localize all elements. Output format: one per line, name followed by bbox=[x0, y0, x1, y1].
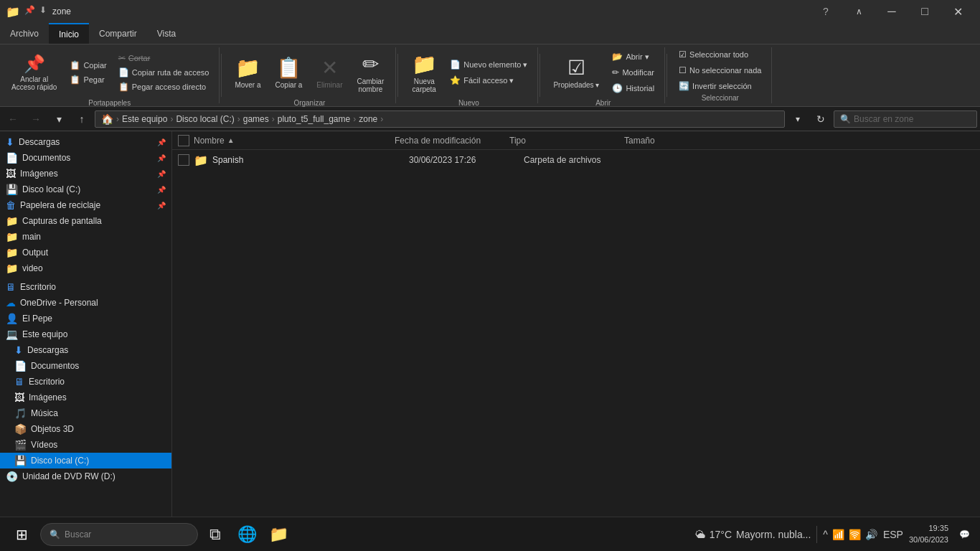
facil-acceso-button[interactable]: ⭐ Fácil acceso ▾ bbox=[446, 74, 532, 87]
sidebar-item-este-equipo[interactable]: 💻 Este equipo bbox=[0, 326, 171, 342]
sidebar-item-videos[interactable]: 🎬 Vídeos bbox=[0, 437, 171, 453]
recent-button[interactable]: ▾ bbox=[49, 109, 69, 129]
col-header-name[interactable]: Nombre ▲ bbox=[194, 136, 395, 146]
breadcrumb-dropdown[interactable]: ▾ bbox=[788, 109, 808, 129]
sidebar-item-este-imagenes[interactable]: 🖼 Imágenes bbox=[0, 390, 171, 405]
forward-button[interactable]: → bbox=[26, 109, 46, 129]
breadcrumb-disco-local[interactable]: Disco local (C:) bbox=[176, 114, 234, 124]
start-button[interactable]: ⊞ bbox=[6, 519, 37, 550]
file-date: 30/06/2023 17:26 bbox=[409, 155, 524, 165]
sidebar-item-este-descargas[interactable]: ⬇ Descargas bbox=[0, 342, 171, 358]
copiar-ruta-button[interactable]: 📄 Copiar ruta de acceso bbox=[114, 66, 214, 79]
cortar-button[interactable]: ✂ Cortar bbox=[114, 52, 214, 65]
disco-c-icon: 💾 bbox=[14, 455, 27, 466]
copiar-a-button[interactable]: 📋 Copiar a bbox=[270, 47, 308, 98]
video-icon: 📁 bbox=[6, 263, 18, 274]
pin-descargas: 📌 bbox=[157, 138, 166, 146]
eliminar-button[interactable]: ✕ Eliminar bbox=[311, 47, 348, 98]
breadcrumb-este-equipo[interactable]: Este equipo bbox=[122, 114, 167, 124]
sidebar-item-descargas[interactable]: ⬇ Descargas 📌 bbox=[0, 134, 171, 150]
seleccionar-todo-label: Seleccionar todo bbox=[689, 50, 748, 59]
up-button[interactable]: ↑ bbox=[72, 109, 92, 129]
chevron-up-icon[interactable]: ^ bbox=[823, 529, 828, 540]
task-view-button[interactable]: ⧉ bbox=[201, 520, 230, 549]
sidebar-item-output[interactable]: 📁 Output bbox=[0, 245, 171, 260]
sidebar-item-este-documentos[interactable]: 📄 Documentos bbox=[0, 358, 171, 374]
system-tray-icons: 🌥 17°C Mayorm. nubla... bbox=[695, 529, 811, 540]
abrir-button[interactable]: 📂 Abrir ▾ bbox=[608, 50, 659, 63]
col-header-type[interactable]: Tipo bbox=[509, 136, 624, 146]
propiedades-icon: ☑ bbox=[567, 56, 585, 80]
refresh-button[interactable]: ↻ bbox=[811, 109, 831, 129]
group-portapapeles: 📌 Anclar alAcceso rápido 📋 Copiar 📋 Pega… bbox=[0, 47, 220, 103]
tab-vista[interactable]: Vista bbox=[147, 23, 186, 44]
historial-button[interactable]: 🕒 Historial bbox=[608, 82, 659, 95]
col-header-size[interactable]: Tamaño bbox=[624, 136, 696, 146]
cambiar-nombre-button[interactable]: ✏ Cambiarnombre bbox=[351, 47, 390, 98]
clock[interactable]: 19:35 30/06/2023 bbox=[909, 523, 948, 545]
ribbon-content: 📌 Anclar alAcceso rápido 📋 Copiar 📋 Pega… bbox=[0, 44, 980, 106]
sidebar-item-dvd[interactable]: 💿 Unidad de DVD RW (D:) bbox=[0, 468, 171, 484]
sidebar-item-video[interactable]: 📁 video bbox=[0, 260, 171, 276]
group-portapapeles-label: Portapapeles bbox=[88, 98, 131, 108]
nuevo-elemento-button[interactable]: 📄 Nuevo elemento ▾ bbox=[446, 58, 532, 71]
nueva-carpeta-button[interactable]: 📁 Nuevacarpeta bbox=[405, 47, 443, 98]
explorer-button[interactable]: 📁 bbox=[264, 520, 293, 549]
collapse-ribbon-button[interactable]: ∧ bbox=[842, 0, 875, 23]
group-organizar-label: Organizar bbox=[293, 98, 325, 108]
seleccionar-sub-buttons: ☑ Seleccionar todo ☐ No seleccionar nada… bbox=[674, 48, 765, 93]
copiar-button[interactable]: 📋 Copiar bbox=[65, 59, 110, 72]
sidebar-item-disco-c[interactable]: 💾 Disco local (C:) bbox=[0, 453, 171, 468]
sidebar-item-escritorio[interactable]: 🖥 Escritorio bbox=[0, 279, 171, 295]
sidebar-item-main[interactable]: 📁 main bbox=[0, 229, 171, 245]
anclar-acceso-button[interactable]: 📌 Anclar alAcceso rápido bbox=[6, 47, 62, 98]
sidebar-item-imagenes[interactable]: 🖼 Imágenes 📌 bbox=[0, 166, 171, 182]
mover-icon: 📁 bbox=[235, 56, 260, 80]
sidebar-item-objetos3d[interactable]: 📦 Objetos 3D bbox=[0, 421, 171, 437]
seleccionar-todo-button[interactable]: ☑ Seleccionar todo bbox=[674, 48, 765, 61]
taskbar-search[interactable]: 🔍 Buscar bbox=[40, 523, 198, 546]
back-button[interactable]: ← bbox=[3, 109, 23, 129]
tab-archivo[interactable]: Archivo bbox=[0, 23, 49, 44]
network-icon: 📶 bbox=[832, 529, 844, 540]
capturas-icon: 📁 bbox=[6, 215, 18, 227]
no-seleccionar-button[interactable]: ☐ No seleccionar nada bbox=[674, 64, 765, 77]
task-view-icon: ⧉ bbox=[209, 525, 221, 544]
taskbar-right: 🌥 17°C Mayorm. nubla... ^ 📶 🛜 🔊 ESP 19:3… bbox=[695, 523, 974, 545]
cambiar-icon: ✏ bbox=[362, 52, 379, 76]
search-box[interactable]: 🔍 Buscar en zone bbox=[834, 110, 977, 128]
propiedades-button[interactable]: ☑ Propiedades ▾ bbox=[547, 47, 605, 98]
invertir-seleccion-button[interactable]: 🔄 Invertir selección bbox=[674, 80, 765, 93]
notification-button[interactable]: 💬 bbox=[954, 524, 974, 545]
pegar-button[interactable]: 📋 Pegar bbox=[65, 73, 110, 86]
pegar-acceso-button[interactable]: 📋 Pegar acceso directo bbox=[114, 80, 214, 93]
select-all-checkbox[interactable] bbox=[178, 135, 189, 146]
mover-a-button[interactable]: 📁 Mover a bbox=[229, 47, 266, 98]
sidebar-item-elpepe[interactable]: 👤 El Pepe bbox=[0, 311, 171, 326]
sidebar-item-este-escritorio[interactable]: 🖥 Escritorio bbox=[0, 374, 171, 390]
breadcrumb-zone[interactable]: zone bbox=[359, 114, 377, 124]
sidebar-item-disco-local[interactable]: 💾 Disco local (C:) 📌 bbox=[0, 182, 171, 197]
breadcrumb-pluto[interactable]: pluto_t5_full_game bbox=[278, 114, 350, 124]
row-checkbox[interactable] bbox=[178, 154, 189, 166]
help-button[interactable]: ? bbox=[809, 0, 842, 23]
group-abrir: ☑ Propiedades ▾ 📂 Abrir ▾ ✏ Modificar 🕒 … bbox=[542, 47, 665, 103]
chrome-button[interactable]: 🌐 bbox=[232, 520, 261, 549]
col-header-date[interactable]: Fecha de modificación bbox=[395, 136, 509, 146]
sidebar-item-papelera[interactable]: 🗑 Papelera de reciclaje 📌 bbox=[0, 197, 171, 213]
tab-compartir[interactable]: Compartir bbox=[89, 23, 147, 44]
close-button[interactable]: ✕ bbox=[941, 0, 974, 23]
sidebar-item-capturas[interactable]: 📁 Capturas de pantalla bbox=[0, 213, 171, 229]
minimize-button[interactable]: ─ bbox=[875, 0, 908, 23]
sidebar-item-onedrive[interactable]: ☁ OneDrive - Personal bbox=[0, 295, 171, 311]
table-row[interactable]: 📁 Spanish 30/06/2023 17:26 Carpeta de ar… bbox=[172, 150, 980, 170]
maximize-button[interactable]: □ bbox=[908, 0, 941, 23]
sidebar-item-documentos[interactable]: 📄 Documentos 📌 bbox=[0, 150, 171, 166]
tab-inicio[interactable]: Inicio bbox=[49, 23, 89, 44]
modificar-button[interactable]: ✏ Modificar bbox=[608, 66, 659, 79]
nuevo-elemento-label: Nuevo elemento ▾ bbox=[463, 60, 527, 70]
breadcrumb-games[interactable]: games bbox=[243, 114, 269, 124]
videos-icon: 🎬 bbox=[14, 439, 27, 451]
sidebar-item-musica[interactable]: 🎵 Música bbox=[0, 405, 171, 421]
breadcrumb[interactable]: 🏠 › Este equipo › Disco local (C:) › gam… bbox=[95, 110, 785, 128]
